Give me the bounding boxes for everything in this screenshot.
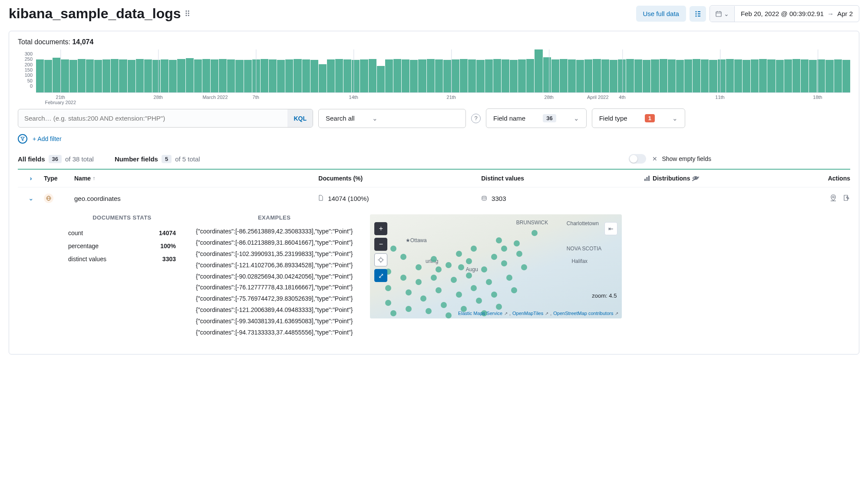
histogram-bar[interactable] bbox=[502, 59, 509, 92]
histogram-bar[interactable] bbox=[418, 59, 426, 92]
histogram-bar[interactable] bbox=[701, 59, 709, 92]
histogram-bar[interactable] bbox=[343, 59, 351, 92]
histogram-bar[interactable] bbox=[393, 59, 401, 92]
expand-all-icon[interactable]: › bbox=[18, 175, 44, 182]
histogram-bar[interactable] bbox=[734, 59, 742, 92]
histogram-bar[interactable] bbox=[78, 59, 86, 92]
search-input[interactable] bbox=[18, 109, 287, 127]
map-back-button[interactable]: ⇤ bbox=[604, 222, 617, 235]
map-preview[interactable]: BRUNSWICKCharlottetown★OttawaNOVA SCOTIA… bbox=[370, 214, 622, 318]
histogram-bar[interactable] bbox=[227, 59, 235, 92]
field-type-select[interactable]: Field type 1 ⌄ bbox=[592, 108, 685, 128]
histogram-bar[interactable] bbox=[86, 59, 94, 92]
use-full-data-button[interactable]: Use full data bbox=[636, 6, 686, 22]
histogram-bar[interactable] bbox=[335, 59, 343, 92]
col-type[interactable]: Type bbox=[44, 175, 74, 182]
col-distributions[interactable]: Distributions 👁 bbox=[644, 175, 807, 182]
histogram-bar[interactable] bbox=[302, 59, 310, 92]
histogram-bar[interactable] bbox=[111, 59, 119, 92]
histogram-bar[interactable] bbox=[759, 59, 767, 92]
histogram-bar[interactable] bbox=[53, 58, 60, 92]
histogram-bar[interactable] bbox=[584, 59, 592, 92]
histogram-bar[interactable] bbox=[244, 60, 252, 92]
histogram-bar[interactable] bbox=[834, 59, 842, 92]
histogram-bar[interactable] bbox=[402, 59, 409, 92]
histogram-bar[interactable] bbox=[144, 59, 152, 92]
geo-action-icon[interactable] bbox=[829, 194, 837, 203]
tab-all-fields[interactable]: All fields 36 of 38 total bbox=[18, 155, 94, 163]
histogram-bar[interactable] bbox=[235, 60, 243, 92]
locate-button[interactable] bbox=[374, 253, 387, 266]
osm-link[interactable]: OpenStreetMap contributors bbox=[553, 311, 613, 316]
histogram-bar[interactable] bbox=[526, 59, 534, 92]
histogram-bar[interactable] bbox=[360, 59, 368, 92]
histogram-bar[interactable] bbox=[36, 59, 44, 92]
kql-button[interactable]: KQL bbox=[287, 109, 313, 127]
col-docs[interactable]: Documents (%) bbox=[318, 175, 481, 182]
histogram-bar[interactable] bbox=[817, 59, 825, 92]
histogram-bar[interactable] bbox=[377, 66, 385, 92]
histogram-bar[interactable] bbox=[660, 59, 667, 92]
help-icon[interactable]: ? bbox=[471, 114, 481, 123]
histogram-bar[interactable] bbox=[726, 59, 734, 92]
histogram-bar[interactable] bbox=[535, 49, 542, 92]
histogram-bar[interactable] bbox=[310, 60, 318, 92]
histogram-bar[interactable] bbox=[784, 59, 792, 92]
collapse-row-icon[interactable]: ⌄ bbox=[18, 194, 44, 202]
histogram-bar[interactable] bbox=[767, 59, 775, 92]
histogram-bar[interactable] bbox=[651, 59, 659, 92]
expand-button[interactable]: ⤢ bbox=[374, 269, 387, 282]
histogram-bar[interactable] bbox=[593, 59, 601, 92]
search-box[interactable]: KQL bbox=[18, 109, 313, 128]
histogram-bar[interactable] bbox=[518, 59, 526, 92]
histogram-bar[interactable] bbox=[136, 59, 144, 92]
field-name-select[interactable]: Field name 36 ⌄ bbox=[486, 108, 587, 128]
histogram-bar[interactable] bbox=[410, 60, 418, 92]
histogram-bar[interactable] bbox=[369, 59, 376, 92]
options-button[interactable] bbox=[690, 6, 706, 22]
histogram-bar[interactable] bbox=[801, 59, 809, 92]
ems-link[interactable]: Elastic Maps Service bbox=[458, 311, 502, 316]
histogram-bar[interactable] bbox=[825, 60, 833, 92]
histogram-bar[interactable] bbox=[684, 59, 692, 92]
histogram-bar[interactable] bbox=[61, 59, 69, 92]
histogram-bar[interactable] bbox=[693, 59, 700, 92]
histogram-bar[interactable] bbox=[69, 60, 77, 92]
histogram-bar[interactable] bbox=[709, 60, 717, 92]
histogram-bar[interactable] bbox=[211, 59, 218, 92]
close-icon[interactable]: ✕ bbox=[652, 155, 657, 162]
show-empty-toggle[interactable] bbox=[629, 154, 646, 164]
edit-action-icon[interactable] bbox=[842, 194, 850, 203]
tab-number-fields[interactable]: Number fields 5 of 5 total bbox=[115, 155, 200, 163]
histogram-bar[interactable] bbox=[842, 60, 850, 92]
histogram-bar[interactable] bbox=[568, 59, 576, 92]
filter-icon[interactable] bbox=[18, 134, 27, 144]
breadcrumb-icon[interactable]: ⠿ bbox=[185, 9, 190, 19]
histogram-bar[interactable] bbox=[460, 59, 468, 92]
histogram-bar[interactable] bbox=[119, 59, 127, 92]
histogram-bar[interactable] bbox=[161, 59, 168, 92]
histogram-bar[interactable] bbox=[718, 59, 726, 92]
histogram-bar[interactable] bbox=[152, 60, 160, 92]
zoom-in-button[interactable]: + bbox=[374, 222, 387, 235]
histogram-bar[interactable] bbox=[177, 59, 185, 92]
histogram-bar[interactable] bbox=[809, 60, 817, 92]
histogram-bar[interactable] bbox=[601, 59, 609, 92]
histogram-bar[interactable] bbox=[618, 59, 626, 92]
histogram-bar[interactable] bbox=[169, 60, 177, 92]
histogram-bar[interactable] bbox=[285, 59, 293, 92]
histogram-bar[interactable] bbox=[277, 60, 285, 92]
histogram-bar[interactable] bbox=[102, 59, 110, 92]
histogram-bar[interactable] bbox=[269, 59, 277, 92]
histogram-bar[interactable] bbox=[294, 59, 301, 92]
histogram-bar[interactable] bbox=[452, 59, 459, 92]
histogram-bar[interactable] bbox=[510, 60, 518, 92]
histogram-bar[interactable] bbox=[792, 59, 800, 92]
omt-link[interactable]: OpenMapTiles bbox=[512, 311, 543, 316]
date-range-picker[interactable]: ⌄ Feb 20, 2022 @ 00:39:02.91 → Apr 2 bbox=[710, 5, 859, 22]
histogram-bar[interactable] bbox=[576, 60, 584, 92]
histogram-bar[interactable] bbox=[261, 59, 268, 92]
histogram-bar[interactable] bbox=[352, 60, 360, 92]
add-filter-button[interactable]: + Add filter bbox=[33, 135, 62, 142]
histogram-bar[interactable] bbox=[94, 60, 102, 92]
